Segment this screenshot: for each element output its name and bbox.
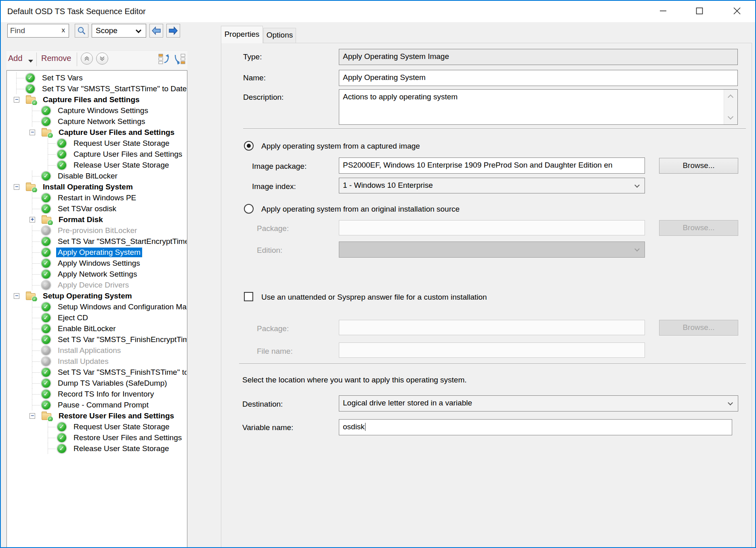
add-button[interactable]: Add (8, 54, 23, 63)
group-folder-icon (26, 184, 36, 191)
description-scrollbar[interactable] (724, 90, 737, 124)
tree-item[interactable]: Enable BitLocker (7, 323, 187, 334)
tree-item[interactable]: Pause - Command Prompt (7, 399, 187, 410)
tree-connector (29, 192, 42, 203)
destination-dropdown[interactable]: Logical drive letter stored in a variabl… (339, 395, 738, 412)
tree-item[interactable]: Release User State Storage (7, 443, 187, 454)
captured-image-radio-label: Apply operating system from a captured i… (261, 142, 420, 151)
window-title: Default OSD TS Task Sequence Editor (7, 7, 146, 16)
tree-item[interactable]: Request User State Storage (7, 138, 187, 149)
collapse-expander-icon[interactable]: − (14, 184, 19, 190)
find-input[interactable] (10, 25, 58, 36)
maximize-button[interactable] (687, 1, 712, 21)
double-chevron-up-icon (84, 55, 90, 62)
tree-item[interactable]: Apply Windows Settings (7, 258, 187, 269)
tree-item[interactable]: Setup Windows and Configuration Manager (7, 301, 187, 312)
step-enabled-icon (42, 172, 50, 181)
tree-item[interactable]: −Restore User Files and Settings (7, 410, 187, 421)
remove-button[interactable]: Remove (41, 54, 71, 63)
original-source-radio[interactable] (244, 204, 254, 214)
group-folder-icon (26, 97, 36, 104)
tab-properties[interactable]: Properties (221, 26, 263, 43)
tree-connector (45, 149, 57, 160)
tree-item[interactable]: Set TSVar osdisk (7, 203, 187, 214)
step-enabled-icon (42, 106, 50, 115)
tree-item[interactable]: −Setup Operating System (7, 290, 187, 301)
tree-item[interactable]: Capture Windows Settings (7, 105, 187, 116)
collapse-all-button[interactable] (158, 52, 170, 65)
step-enabled-icon (57, 422, 66, 431)
tree-item[interactable]: Disable BitLocker (7, 170, 187, 181)
tree-item[interactable]: Restore User Files and Settings (7, 432, 187, 443)
tree-item-label: Restore User Files and Settings (57, 411, 176, 421)
tree-connector (29, 105, 42, 116)
scroll-up-icon[interactable] (728, 94, 733, 100)
task-sequence-editor-window: Default OSD TS Task Sequence Editor x Sc… (0, 0, 756, 548)
collapse-list-icon (158, 52, 170, 65)
tree-item[interactable]: Apply Operating System (7, 247, 187, 258)
collapse-expander-icon[interactable]: − (14, 97, 19, 103)
close-button[interactable] (724, 1, 750, 21)
tree-item[interactable]: −Install Operating System (7, 181, 187, 192)
edition-label: Edition: (257, 246, 282, 255)
tree-item[interactable]: Apply Device Drivers (7, 279, 187, 290)
step-enabled-icon (57, 433, 66, 442)
tree-item[interactable]: Set TS Var "SMSTS_StartTSTime" to Date T… (7, 83, 187, 94)
tree-connector (45, 138, 57, 149)
description-field[interactable]: Actions to apply operating system (339, 89, 738, 125)
tree-item[interactable]: −Capture Files and Settings (7, 94, 187, 105)
tree-item[interactable]: Pre-provision BitLocker (7, 225, 187, 236)
tree-item[interactable]: Capture Network Settings (7, 116, 187, 127)
find-previous-button[interactable] (149, 24, 163, 38)
tree-item[interactable]: Restart in Windows PE (7, 192, 187, 203)
tab-options[interactable]: Options (263, 28, 296, 43)
tree-item[interactable]: +Format Disk (7, 214, 187, 225)
tree-item[interactable]: Eject CD (7, 312, 187, 323)
tree-item[interactable]: Request User State Storage (7, 421, 187, 432)
move-step-down-button[interactable] (96, 52, 108, 65)
image-package-field[interactable]: PS2000EF, Windows 10 Enterprise 1909 Pre… (339, 157, 645, 174)
captured-image-radio[interactable] (244, 141, 254, 151)
tree-item[interactable]: Release User State Storage (7, 160, 187, 170)
tree-item[interactable]: Apply Network Settings (7, 269, 187, 279)
step-disabled-icon (42, 346, 50, 355)
tree-item[interactable]: Set TS Var "SMSTS_FinishEncryptTime" to (7, 334, 187, 345)
collapse-expander-icon[interactable]: − (14, 293, 19, 299)
add-dropdown-caret-icon[interactable] (28, 60, 33, 63)
image-index-dropdown[interactable]: 1 - Windows 10 Enterprise (339, 178, 645, 193)
tree-item[interactable]: Capture User Files and Settings (7, 149, 187, 160)
find-search-button[interactable] (75, 24, 88, 38)
scope-dropdown[interactable]: Scope (92, 24, 146, 38)
find-clear-button[interactable]: x (62, 26, 65, 34)
unattend-checkbox[interactable] (244, 292, 253, 301)
tree-item[interactable]: Record TS Info for Inventory (7, 388, 187, 399)
tree-item-label: Record TS Info for Inventory (56, 389, 155, 399)
section-separator (239, 363, 746, 364)
tree-item-label: Pause - Command Prompt (56, 400, 150, 410)
tree-item[interactable]: Install Updates (7, 356, 187, 367)
name-field[interactable]: Apply Operating System (339, 70, 738, 86)
move-step-up-button[interactable] (81, 52, 93, 65)
image-package-browse-button[interactable]: Browse... (659, 158, 738, 174)
tree-item[interactable]: Set TS Vars (7, 72, 187, 83)
scroll-down-icon[interactable] (728, 114, 733, 120)
destination-label: Destination: (242, 400, 283, 409)
find-next-button[interactable] (166, 24, 180, 38)
collapse-expander-icon[interactable]: − (29, 413, 35, 419)
tree-item-label: Apply Network Settings (56, 269, 139, 279)
step-disabled-icon (42, 281, 50, 290)
step-enabled-icon (57, 444, 66, 453)
collapse-expander-icon[interactable]: − (29, 130, 35, 135)
expand-expander-icon[interactable]: + (29, 217, 35, 223)
tree-item[interactable]: −Capture User Files and Settings (7, 127, 187, 138)
tree-item[interactable]: Set TS Var "SMSTS_StartEncryptTime" to (7, 236, 187, 247)
tree-item[interactable]: Dump TS Variables (SafeDump) (7, 378, 187, 388)
type-field: Apply Operating System Image (339, 49, 738, 65)
minimize-button[interactable] (651, 1, 676, 21)
tree-item[interactable]: Install Applications (7, 345, 187, 356)
tree-item[interactable]: Set TS Var "SMSTS_FinishTSTime" to Date (7, 367, 187, 378)
package-field (339, 220, 645, 235)
expand-all-button[interactable] (173, 52, 186, 65)
arrow-right-icon (168, 26, 178, 35)
variable-name-field[interactable]: osdisk (339, 419, 732, 435)
